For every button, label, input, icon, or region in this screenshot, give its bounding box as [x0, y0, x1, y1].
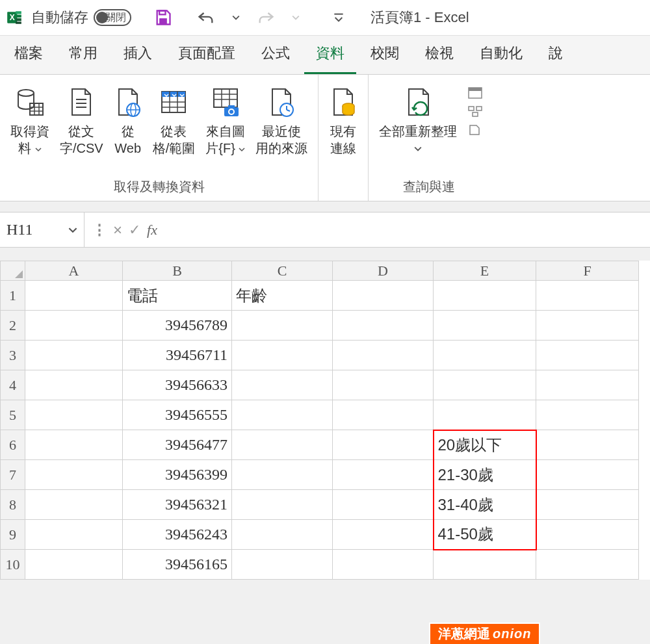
cell[interactable]	[25, 341, 123, 370]
cell[interactable]	[434, 281, 536, 311]
enter-formula-icon[interactable]: ✓	[129, 222, 140, 238]
row-header[interactable]: 10	[1, 550, 25, 580]
customize-qat-dropdown[interactable]	[328, 6, 350, 29]
cell[interactable]	[333, 490, 434, 520]
resize-handle-icon[interactable]: ⋮	[92, 222, 107, 238]
spreadsheet-grid[interactable]: A B C D E F 1電話年齡23945678933945671143945…	[0, 261, 650, 580]
cell[interactable]: 20歲以下	[434, 430, 536, 460]
redo-dropdown[interactable]	[285, 6, 307, 29]
cell[interactable]	[25, 311, 123, 341]
undo-dropdown[interactable]	[225, 6, 247, 29]
cell[interactable]	[232, 550, 333, 580]
cell[interactable]	[536, 550, 639, 580]
tab-formulas[interactable]: 公式	[250, 37, 302, 74]
cell[interactable]: 39456789	[123, 311, 232, 341]
cell[interactable]	[536, 490, 639, 520]
column-header[interactable]: E	[434, 261, 536, 281]
cell[interactable]	[333, 460, 434, 490]
cell[interactable]	[232, 311, 333, 341]
column-header[interactable]: D	[333, 261, 434, 281]
cell[interactable]	[232, 490, 333, 520]
cell[interactable]	[25, 281, 123, 311]
cell[interactable]	[333, 430, 434, 460]
cell[interactable]	[333, 281, 434, 311]
chevron-down-icon[interactable]	[68, 225, 77, 235]
cell[interactable]: 39456633	[123, 370, 232, 400]
column-header[interactable]: C	[232, 261, 333, 281]
fx-icon[interactable]: fx	[147, 222, 157, 238]
cell[interactable]: 41-50歲	[434, 520, 536, 550]
cell[interactable]	[333, 341, 434, 370]
queries-mini-button[interactable]	[467, 105, 483, 118]
cell[interactable]: 39456555	[123, 400, 232, 430]
cell[interactable]: 39456321	[123, 490, 232, 520]
cell[interactable]	[434, 550, 536, 580]
cell[interactable]: 年齡	[232, 281, 333, 311]
tab-view[interactable]: 檢視	[413, 37, 465, 74]
tab-review[interactable]: 校閱	[359, 37, 411, 74]
cell[interactable]: 39456399	[123, 460, 232, 490]
cell[interactable]	[333, 370, 434, 400]
cell[interactable]	[232, 370, 333, 400]
cell[interactable]	[25, 550, 123, 580]
refresh-all-button[interactable]: 全部重新整理	[375, 80, 461, 158]
row-header[interactable]: 5	[1, 400, 25, 430]
cell[interactable]	[333, 400, 434, 430]
row-header[interactable]: 8	[1, 490, 25, 520]
cell[interactable]: 39456243	[123, 520, 232, 550]
column-header[interactable]: F	[536, 261, 639, 281]
cell[interactable]: 39456711	[123, 341, 232, 370]
row-header[interactable]: 7	[1, 460, 25, 490]
cell[interactable]: 31-40歲	[434, 490, 536, 520]
cell[interactable]	[434, 341, 536, 370]
row-header[interactable]: 4	[1, 370, 25, 400]
cell[interactable]	[536, 400, 639, 430]
formula-input[interactable]	[165, 213, 650, 247]
cell[interactable]	[25, 430, 123, 460]
tab-page-layout[interactable]: 頁面配置	[166, 37, 247, 74]
cell[interactable]	[333, 520, 434, 550]
cell[interactable]	[434, 311, 536, 341]
cell[interactable]: 39456165	[123, 550, 232, 580]
cell[interactable]	[232, 460, 333, 490]
undo-button[interactable]	[195, 6, 217, 29]
tab-home[interactable]: 常用	[57, 37, 109, 74]
cancel-formula-icon[interactable]: ×	[113, 221, 122, 239]
select-all-corner[interactable]	[1, 261, 25, 281]
cell[interactable]	[536, 281, 639, 311]
cell[interactable]	[536, 430, 639, 460]
save-button[interactable]	[152, 6, 174, 29]
row-header[interactable]: 2	[1, 311, 25, 341]
name-box[interactable]: H11	[0, 213, 84, 247]
cell[interactable]	[536, 520, 639, 550]
column-header[interactable]: B	[123, 261, 232, 281]
cell[interactable]	[232, 341, 333, 370]
from-text-csv-button[interactable]: 從文 字/CSV	[56, 80, 107, 158]
tab-automate[interactable]: 自動化	[468, 37, 534, 74]
tab-file[interactable]: 檔案	[3, 37, 55, 74]
properties-mini-button[interactable]	[467, 86, 483, 99]
cell[interactable]	[434, 400, 536, 430]
autosave-toggle[interactable]: 自動儲存 關閉	[31, 8, 131, 27]
existing-connections-button[interactable]: 現有 連線	[325, 80, 361, 158]
cell[interactable]	[434, 370, 536, 400]
get-data-button[interactable]: 取得資 料	[6, 80, 53, 158]
cell[interactable]	[232, 400, 333, 430]
tab-data[interactable]: 資料	[304, 37, 356, 74]
cell[interactable]	[536, 460, 639, 490]
cell[interactable]	[232, 430, 333, 460]
tab-insert[interactable]: 插入	[112, 37, 164, 74]
row-header[interactable]: 3	[1, 341, 25, 370]
row-header[interactable]: 9	[1, 520, 25, 550]
column-header[interactable]: A	[25, 261, 123, 281]
cell[interactable]	[536, 370, 639, 400]
cell[interactable]	[25, 370, 123, 400]
cell[interactable]	[25, 520, 123, 550]
cell[interactable]: 21-30歲	[434, 460, 536, 490]
cell[interactable]	[536, 311, 639, 341]
cell[interactable]: 電話	[123, 281, 232, 311]
row-header[interactable]: 1	[1, 281, 25, 311]
cell[interactable]	[333, 311, 434, 341]
from-table-range-button[interactable]: 從表 格/範圍	[149, 80, 200, 158]
cell[interactable]	[25, 400, 123, 430]
